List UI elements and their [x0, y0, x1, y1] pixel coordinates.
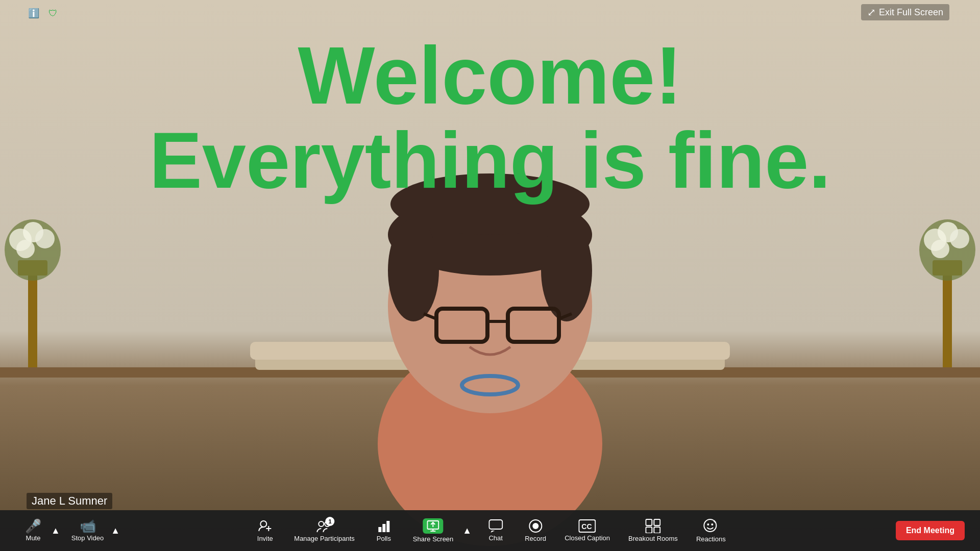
share-screen-chevron-button[interactable]: ▲: [460, 525, 474, 536]
top-left-icons: ℹ️ 🛡: [27, 6, 60, 20]
mute-chevron-button[interactable]: ▲: [49, 525, 62, 536]
camera-icon: 📹: [80, 519, 96, 533]
invite-icon: [258, 519, 272, 533]
svg-rect-49: [646, 527, 652, 533]
svg-point-14: [931, 240, 949, 258]
svg-rect-50: [654, 527, 660, 533]
stop-video-button[interactable]: 📹 Stop Video: [64, 516, 111, 545]
svg-point-44: [532, 523, 538, 529]
record-label: Record: [525, 535, 546, 542]
polls-label: Polls: [377, 535, 391, 542]
svg-point-13: [950, 229, 969, 248]
svg-point-6: [35, 229, 55, 248]
svg-point-33: [319, 521, 324, 527]
participant-name-label: Jane L Sumner: [27, 493, 112, 509]
invite-button[interactable]: Invite: [247, 516, 283, 545]
invite-label: Invite: [257, 535, 273, 542]
manage-participants-label: Manage Participants: [294, 535, 355, 542]
mute-button[interactable]: 🎤 Mute: [15, 516, 51, 545]
security-shield-icon: 🛡: [46, 6, 60, 20]
record-button[interactable]: Record: [518, 516, 553, 545]
svg-rect-37: [386, 521, 389, 532]
svg-point-30: [260, 521, 266, 527]
manage-participants-button[interactable]: 1 Manage Participants: [287, 516, 362, 545]
share-screen-label: Share Screen: [413, 535, 454, 543]
breakout-rooms-icon: [645, 519, 660, 533]
info-icon: ℹ️: [27, 6, 41, 20]
svg-point-21: [388, 219, 439, 321]
svg-rect-36: [382, 524, 385, 532]
breakout-rooms-label: Breakout Rooms: [628, 535, 678, 542]
closed-caption-label: Closed Caption: [565, 534, 610, 542]
toolbar-center: Invite 1 Manage Participants: [247, 515, 732, 546]
share-screen-icon: [423, 518, 444, 534]
reactions-label: Reactions: [696, 535, 726, 543]
microphone-icon: 🎤: [25, 519, 41, 533]
mute-label: Mute: [26, 534, 41, 542]
svg-rect-8: [943, 270, 952, 367]
svg-rect-42: [489, 520, 502, 529]
chat-button[interactable]: Chat: [478, 516, 513, 545]
svg-point-22: [541, 219, 592, 321]
svg-rect-1: [28, 270, 37, 367]
chat-label: Chat: [488, 534, 502, 542]
svg-text:+: +: [714, 519, 717, 524]
svg-rect-47: [646, 519, 652, 525]
polls-button[interactable]: Polls: [366, 516, 402, 545]
svg-text:CC: CC: [582, 522, 592, 531]
video-area: Welcome! Everything is fine. Jane L Sumn…: [0, 0, 980, 551]
toolbar-left: 🎤 Mute ▲ 📹 Stop Video ▲: [15, 516, 122, 545]
participants-badge: 1: [326, 517, 335, 526]
end-meeting-button[interactable]: End Meeting: [896, 521, 965, 540]
exit-fullscreen-icon: ⤢: [867, 6, 876, 18]
svg-point-23: [390, 173, 590, 235]
breakout-rooms-button[interactable]: Breakout Rooms: [621, 516, 685, 545]
toolbar: 🎤 Mute ▲ 📹 Stop Video ▲ Invite: [0, 510, 980, 551]
exit-fullscreen-button[interactable]: ⤢ Exit Full Screen: [861, 4, 949, 20]
toolbar-right: End Meeting: [896, 521, 965, 540]
participants-icon: 1: [316, 519, 333, 533]
background-scene: [0, 0, 980, 551]
closed-caption-button[interactable]: CC Closed Caption: [557, 516, 617, 545]
chat-icon: [488, 519, 503, 533]
exit-fullscreen-label: Exit Full Screen: [879, 7, 943, 18]
record-icon: [528, 519, 543, 533]
reactions-button[interactable]: + Reactions: [689, 515, 733, 546]
svg-rect-48: [654, 519, 660, 525]
stop-video-label: Stop Video: [71, 534, 104, 542]
share-screen-button[interactable]: Share Screen: [406, 515, 461, 546]
reactions-icon: +: [703, 518, 719, 534]
closed-caption-icon: CC: [579, 519, 596, 533]
svg-point-52: [707, 523, 709, 525]
video-chevron-button[interactable]: ▲: [109, 525, 122, 536]
svg-point-7: [16, 240, 35, 258]
polls-icon: [377, 519, 390, 533]
svg-rect-35: [378, 527, 381, 532]
